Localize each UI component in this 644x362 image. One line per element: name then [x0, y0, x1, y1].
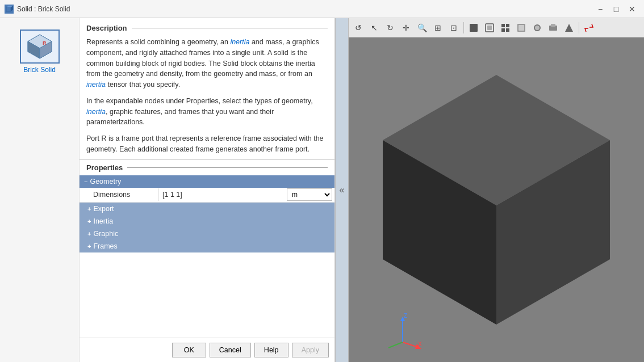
- description-text: Represents a solid combining a geometry,…: [86, 37, 328, 155]
- minimize-button[interactable]: −: [593, 3, 608, 15]
- dimensions-input[interactable]: [159, 188, 287, 201]
- bottom-buttons: OK Cancel Help Apply: [80, 338, 334, 362]
- collapse-button[interactable]: «: [335, 18, 349, 362]
- block-label: Brick Solid: [23, 66, 56, 74]
- toolbar-shading-1[interactable]: [466, 20, 481, 35]
- toolbar-sep-1: [463, 22, 464, 33]
- toolbar-select[interactable]: ↖: [367, 20, 382, 35]
- geometry-group-header[interactable]: − Geometry: [80, 175, 334, 188]
- description-header: Description: [86, 24, 328, 32]
- description-para-2: In the expandable nodes under Properties…: [86, 96, 328, 128]
- graphic-label: Graphic: [93, 230, 118, 238]
- toolbar-shading-4[interactable]: [514, 20, 529, 35]
- toolbar-shading-3[interactable]: [498, 20, 513, 35]
- toolbar-zoom[interactable]: 🔍: [415, 20, 429, 35]
- frames-expand-icon: +: [87, 243, 91, 250]
- graphic-subgroup[interactable]: + Graphic: [80, 228, 334, 240]
- toolbar-settings[interactable]: [582, 20, 596, 35]
- svg-rect-13: [501, 28, 505, 32]
- toolbar-shading-2[interactable]: [482, 20, 497, 35]
- close-button[interactable]: ✕: [625, 3, 639, 15]
- geometry-group-label: Geometry: [90, 178, 121, 186]
- toolbar-rotate-cw[interactable]: ↻: [383, 20, 398, 35]
- svg-rect-0: [6, 7, 11, 11]
- toolbar-zoom-box[interactable]: ⊞: [430, 20, 445, 35]
- toolbar-sep-2: [579, 22, 579, 33]
- maximize-button[interactable]: □: [609, 3, 624, 15]
- viewport-area: ↺ ↖ ↻ ✛ 🔍 ⊞ ⊡: [349, 18, 644, 362]
- graphic-expand-icon: +: [87, 230, 91, 237]
- axes-indicator: Z X: [383, 311, 423, 351]
- inertia-label: Inertia: [93, 217, 113, 225]
- export-expand-icon: +: [87, 205, 91, 212]
- toolbar-rotate-ccw[interactable]: ↺: [351, 20, 366, 35]
- description-para-3: Port R is a frame port that represents a…: [86, 133, 328, 155]
- titlebar-title: Solid : Brick Solid: [17, 5, 593, 13]
- frames-subgroup[interactable]: + Frames: [80, 240, 334, 252]
- svg-rect-12: [506, 24, 509, 27]
- description-section: Description Represents a solid combining…: [80, 18, 334, 160]
- frames-label: Frames: [93, 242, 117, 250]
- svg-text:X: X: [418, 341, 422, 347]
- collapse-icon: «: [340, 185, 345, 195]
- apply-button[interactable]: Apply: [292, 343, 329, 357]
- toolbar-fit[interactable]: ⊡: [446, 20, 461, 35]
- svg-rect-11: [501, 24, 505, 27]
- svg-text:Z: Z: [404, 313, 407, 319]
- dimensions-row: Dimensions m cm mm ft in: [80, 188, 334, 203]
- svg-rect-16: [518, 25, 524, 31]
- viewport-toolbar: ↺ ↖ ↻ ✛ 🔍 ⊞ ⊡: [349, 18, 644, 37]
- left-sidebar: R Brick Solid: [0, 18, 80, 362]
- toolbar-pan[interactable]: ✛: [399, 20, 413, 35]
- cancel-button[interactable]: Cancel: [210, 343, 251, 357]
- description-para-1: Represents a solid combining a geometry,…: [86, 37, 328, 90]
- svg-point-18: [535, 26, 540, 30]
- properties-section: Properties − Geometry Dimensions m cm mm…: [80, 160, 334, 338]
- main-content: R Brick Solid Description Represents a s…: [0, 18, 644, 362]
- geometry-expand-icon: −: [84, 178, 87, 185]
- toolbar-shading-5[interactable]: [530, 20, 545, 35]
- properties-panel: Description Represents a solid combining…: [80, 18, 335, 362]
- svg-line-31: [388, 342, 403, 348]
- props-table: − Geometry Dimensions m cm mm ft in: [80, 175, 334, 338]
- block-icon: R: [20, 30, 60, 64]
- svg-rect-14: [506, 28, 509, 32]
- viewport[interactable]: Z X: [349, 37, 644, 362]
- titlebar-icon: [5, 5, 14, 14]
- help-button[interactable]: Help: [254, 343, 288, 357]
- toolbar-shading-6[interactable]: [546, 20, 561, 35]
- titlebar: Solid : Brick Solid − □ ✕: [0, 0, 644, 18]
- dimensions-label: Dimensions: [80, 188, 159, 201]
- svg-marker-21: [565, 24, 573, 32]
- export-subgroup[interactable]: + Export: [80, 203, 334, 215]
- properties-header: Properties: [80, 160, 334, 175]
- inertia-expand-icon: +: [87, 218, 91, 225]
- svg-rect-20: [551, 24, 555, 27]
- svg-rect-10: [487, 26, 492, 30]
- block-icon-container[interactable]: R Brick Solid: [20, 30, 60, 74]
- ok-button[interactable]: OK: [172, 343, 206, 357]
- export-label: Export: [93, 205, 114, 213]
- svg-rect-8: [470, 24, 478, 32]
- svg-text:R: R: [43, 40, 47, 46]
- titlebar-controls: − □ ✕: [593, 3, 639, 15]
- dimensions-unit-select[interactable]: m cm mm ft in: [287, 188, 332, 201]
- toolbar-shading-7[interactable]: [562, 20, 576, 35]
- inertia-subgroup[interactable]: + Inertia: [80, 215, 334, 228]
